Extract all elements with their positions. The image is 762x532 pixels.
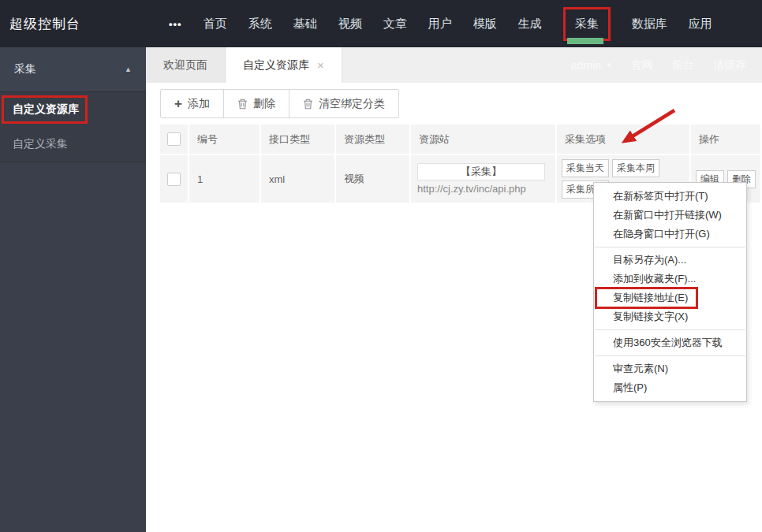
add-button-label: 添加	[188, 97, 210, 111]
nav-item-database[interactable]: 数据库	[632, 9, 667, 39]
row-resource-type: 视频	[336, 155, 411, 203]
trash-icon	[303, 99, 313, 110]
column-header-resource-site: 资源站	[411, 125, 557, 154]
row-api-type: xml	[261, 155, 336, 203]
nav-item-basic[interactable]: 基础	[293, 9, 317, 39]
top-nav: 超级控制台 ••• 首页 系统 基础 视频 文章 用户 模版 生成 采集 数据库…	[0, 0, 762, 47]
site-name-box[interactable]: 【采集】	[417, 163, 545, 180]
nav-item-home[interactable]: 首页	[204, 9, 227, 39]
column-header-api-type: 接口类型	[261, 125, 336, 154]
column-header-resource-type: 资源类型	[336, 125, 411, 154]
add-button[interactable]: + 添加	[160, 89, 224, 118]
header-checkbox-cell	[160, 125, 189, 154]
sidebar: 采集 ▲ 自定义资源库 自定义采集	[0, 47, 146, 532]
tab-bar: 欢迎页面 自定义资源库 × admin ▼ 官网 前台 清缓存	[146, 47, 762, 83]
close-icon[interactable]: ×	[317, 59, 324, 71]
collect-week-button[interactable]: 采集本周	[612, 159, 659, 177]
collapse-arrow-icon: ▲	[125, 65, 132, 73]
column-header-actions: 操作	[691, 125, 762, 154]
link-official-site[interactable]: 官网	[631, 58, 653, 73]
table-header-row: 编号 接口类型 资源类型 资源站 采集选项 操作	[160, 125, 762, 154]
sidebar-item-label: 自定义采集	[13, 137, 68, 151]
toolbar: + 添加 删除 清空绑定分类	[146, 83, 762, 118]
collect-today-button[interactable]: 采集当天	[562, 159, 609, 177]
top-nav-menu: ••• 首页 系统 基础 视频 文章 用户 模版 生成 采集 数据库 应用	[169, 7, 712, 41]
ellipsis-icon[interactable]: •••	[169, 18, 182, 30]
sidebar-item-custom-collect[interactable]: 自定义采集	[0, 127, 146, 162]
delete-button[interactable]: 删除	[223, 89, 289, 118]
menu-divider	[595, 329, 745, 330]
context-menu: 在新标签页中打开(T) 在新窗口中打开链接(W) 在隐身窗口中打开(G) 目标另…	[593, 182, 747, 402]
clear-bound-category-button[interactable]: 清空绑定分类	[289, 89, 399, 118]
nav-item-user[interactable]: 用户	[428, 9, 452, 39]
delete-button-label: 删除	[253, 97, 275, 111]
menu-copy-link-address[interactable]: 复制链接地址(E)	[594, 288, 746, 307]
header-links: admin ▼ 官网 前台 清缓存	[571, 47, 762, 83]
sidebar-item-custom-resource-library[interactable]: 自定义资源库	[0, 92, 146, 127]
app-title: 超级控制台	[0, 15, 158, 33]
plus-icon: +	[174, 97, 182, 110]
menu-save-target-as[interactable]: 目标另存为(A)...	[594, 251, 746, 270]
page: 超级控制台 ••• 首页 系统 基础 视频 文章 用户 模版 生成 采集 数据库…	[0, 0, 762, 532]
sidebar-item-label: 自定义资源库	[13, 102, 79, 117]
nav-item-app[interactable]: 应用	[689, 9, 712, 39]
menu-inspect-element[interactable]: 审查元素(N)	[594, 359, 746, 378]
nav-item-template[interactable]: 模版	[473, 9, 497, 39]
column-header-id: 编号	[189, 125, 261, 154]
trash-icon	[237, 99, 248, 110]
tab-label: 欢迎页面	[163, 58, 207, 73]
menu-divider	[595, 355, 745, 356]
nav-item-video[interactable]: 视频	[338, 9, 362, 39]
row-checkbox-cell	[160, 155, 189, 203]
tab-welcome[interactable]: 欢迎页面	[146, 47, 226, 83]
tab-label: 自定义资源库	[243, 58, 309, 73]
clear-button-label: 清空绑定分类	[319, 97, 385, 111]
sidebar-section-label: 采集	[14, 62, 36, 76]
menu-copy-link-address-label: 复制链接地址(E)	[613, 292, 688, 303]
nav-item-system[interactable]: 系统	[248, 9, 272, 39]
link-front-site[interactable]: 前台	[672, 58, 694, 73]
menu-open-new-tab[interactable]: 在新标签页中打开(T)	[594, 187, 746, 206]
menu-open-new-window[interactable]: 在新窗口中打开链接(W)	[594, 206, 746, 225]
tab-custom-resource-library[interactable]: 自定义资源库 ×	[226, 47, 342, 83]
menu-divider	[595, 247, 745, 247]
sidebar-section-collect[interactable]: 采集 ▲	[0, 47, 146, 92]
menu-copy-link-text[interactable]: 复制链接文字(X)	[594, 307, 746, 326]
username: admin	[571, 59, 601, 72]
row-checkbox[interactable]	[167, 173, 181, 186]
row-id: 1	[189, 155, 261, 203]
link-clear-cache[interactable]: 清缓存	[713, 58, 746, 73]
menu-download-with-360[interactable]: 使用360安全浏览器下载	[594, 333, 746, 352]
site-url-link[interactable]: http://cj.zy.tv/inc/api.php	[417, 183, 526, 195]
row-resource-site: 【采集】 http://cj.zy.tv/inc/api.php	[411, 155, 557, 203]
menu-properties[interactable]: 属性(P)	[594, 378, 746, 397]
menu-add-to-favorites[interactable]: 添加到收藏夹(F)...	[594, 270, 746, 288]
menu-open-incognito[interactable]: 在隐身窗口中打开(G)	[594, 225, 746, 244]
nav-item-collect[interactable]: 采集	[563, 7, 611, 41]
nav-item-article[interactable]: 文章	[383, 9, 407, 39]
column-header-collect-options: 采集选项	[557, 125, 691, 154]
user-dropdown[interactable]: admin ▼	[571, 59, 612, 72]
nav-item-generate[interactable]: 生成	[518, 9, 542, 39]
select-all-checkbox[interactable]	[167, 132, 181, 146]
chevron-down-icon: ▼	[606, 61, 612, 69]
sidebar-items: 自定义资源库 自定义采集	[0, 92, 146, 162]
